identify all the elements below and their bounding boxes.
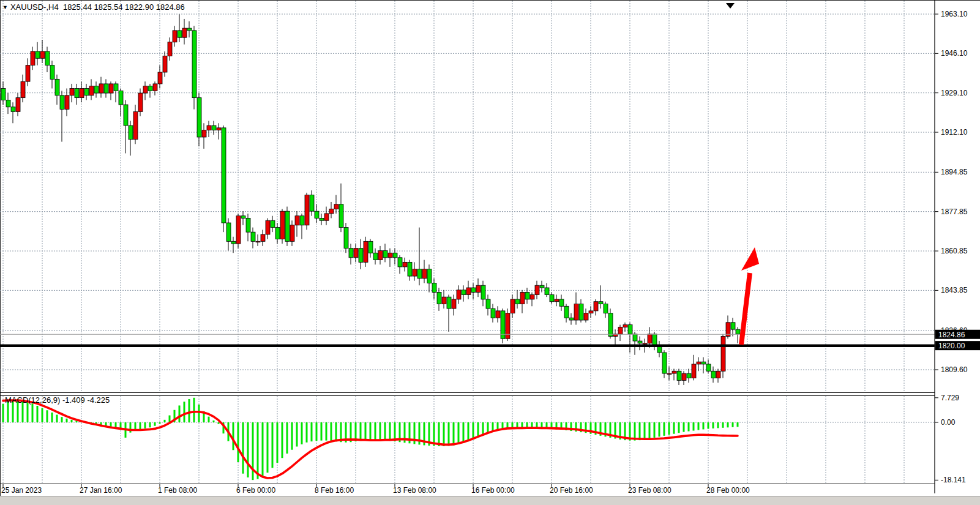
macd-histogram-bar [301,422,303,444]
candle-body [393,253,397,258]
levels-layer[interactable] [0,247,935,346]
macd-histogram-bar [2,404,4,422]
macd-histogram-bar [698,422,700,430]
price-axis-label: 1912.10 [941,128,968,137]
macd-histogram-bar [335,422,337,441]
macd-histogram-bar [727,422,729,427]
candle-body [45,51,50,65]
macd-histogram-bar [140,422,141,429]
candle-body [129,125,133,140]
candle-body [692,364,696,378]
candle-body [119,91,123,105]
macd-histogram-bar [448,422,450,446]
candle-body [305,195,309,225]
macd-histogram-bar [286,422,288,454]
candle-body [138,93,143,111]
candle-body [721,336,725,371]
time-axis-label: 6 Feb 00:00 [236,486,275,495]
candle-body [476,285,481,292]
candle-body [104,84,108,93]
macd-histogram-bar [703,422,705,429]
candle-body [364,241,368,262]
macd-histogram-bar [360,422,362,441]
candle-body [599,302,603,304]
macd-histogram-bar [365,422,367,440]
candle-body [158,72,162,84]
candle-body [153,84,157,91]
candle-body [55,79,59,95]
candle-body [261,234,265,241]
macd-signal-line[interactable] [3,400,738,478]
macd-histogram-bar [659,422,660,436]
candle-body [511,299,515,313]
macd-histogram-bar [370,422,372,440]
candle-body [80,88,84,97]
status-bar [0,496,980,505]
candle-body [36,51,40,58]
macd-histogram-bar [468,422,469,441]
candle-body [564,306,569,318]
candlestick-chart-canvas[interactable]: 1963.101946.101929.101912.101894.851877.… [0,0,980,505]
macd-histogram-bar [453,422,455,445]
candle-body [50,65,54,80]
candle-body [275,228,280,239]
candle-body [584,313,588,320]
candle-body [667,373,671,374]
macd-histogram-bar [238,422,239,462]
macd-histogram-bar [218,422,220,424]
price-axis-label: 1963.10 [941,10,968,18]
candle-body [697,362,701,364]
macd-histogram-bar [61,417,63,422]
candle-body [648,334,652,343]
candle-body [94,86,99,93]
macd-histogram-bar [321,422,323,441]
macd-indicator-label: MACD(12,26,9) -1.409 -4.225 [5,395,110,405]
candle-body [471,288,476,293]
candle-body [310,195,314,211]
candle-body [643,343,647,344]
macd-layer [0,398,935,480]
chart-shift-marker-icon[interactable] [726,3,735,9]
price-axis-label: 1929.10 [941,89,968,97]
time-axis-label: 13 Feb 08:00 [393,486,436,495]
macd-histogram-bar [282,422,283,458]
candle-body [466,288,471,294]
candle-body [633,334,637,341]
macd-histogram-bar [193,398,195,422]
candles-layer [1,14,740,385]
candle-body [168,42,172,56]
candle-body [687,373,691,378]
macd-histogram-bar [473,422,474,440]
macd-histogram-bar [708,422,709,428]
macd-histogram-bar [179,405,181,422]
macd-histogram-bar [311,422,313,441]
time-axis-label: 25 Jan 2023 [1,486,42,495]
price-axis-label: 1843.85 [941,286,968,294]
price-axis-label: 1809.60 [941,365,968,374]
time-axis-label: 23 Feb 08:00 [628,486,671,495]
time-axis-label: 28 Feb 00:00 [706,486,750,495]
macd-histogram-bar [737,422,739,427]
candle-body [618,327,623,334]
candle-body [173,31,177,42]
candle-body [403,262,407,267]
candle-body [354,249,358,258]
candle-body [530,294,534,299]
macd-histogram-bar [213,421,215,422]
candle-body [662,353,667,373]
macd-histogram-bar [722,422,724,428]
candle-body [388,253,392,258]
time-axis-label: 16 Feb 00:00 [471,486,515,495]
candle-body [6,100,10,107]
time-axis-label: 8 Feb 16:00 [315,486,354,495]
candle-body [701,362,706,364]
candle-body [84,88,89,95]
up-arrow-shaft[interactable] [741,273,750,345]
candle-body [320,218,324,220]
candle-body [178,31,182,37]
candle-body [672,371,676,373]
macd-histogram-bar [732,422,734,427]
chart-title: ▼XAUUSD-,H4 1825.44 1825.54 1822.90 1824… [2,2,185,12]
symbol-dropdown-icon[interactable]: ▼ [2,4,8,10]
macd-histogram-bar [654,422,656,438]
